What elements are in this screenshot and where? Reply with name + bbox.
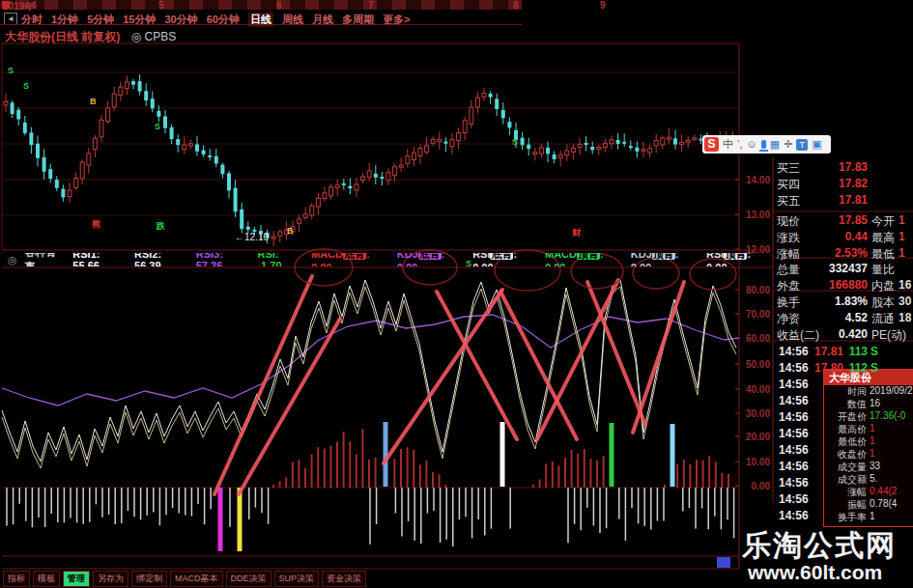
candle: [642, 149, 645, 151]
tick-row-flag: S: [870, 345, 878, 358]
popup-row: 数值16: [824, 398, 913, 410]
rsi-axis-label: 10.00: [737, 457, 770, 467]
tab-模板[interactable]: 模板: [33, 571, 60, 587]
candle: [43, 157, 46, 172]
candle: [399, 165, 403, 167]
trendline-annotation: [214, 276, 312, 494]
candle: [386, 172, 390, 180]
rsi-axis-label: 50.00: [737, 359, 770, 370]
quote-label: 总量: [777, 262, 800, 278]
quote-label: 流通: [871, 311, 895, 327]
quote-label: 最高: [871, 230, 895, 246]
month-axis-label: 4: [31, 0, 37, 11]
candle: [463, 121, 467, 133]
quote-label: 现价: [777, 213, 800, 230]
indicator-value: RSI2: 56.39: [134, 253, 188, 266]
tick-row-time: 14:56: [779, 476, 809, 490]
signal-bar: [238, 488, 243, 551]
watermark-text: 乐淘公式网: [742, 526, 897, 566]
candle: [202, 150, 206, 154]
candle: [36, 144, 40, 158]
candle: [195, 144, 199, 151]
tab-MACD基本[interactable]: MACD基本: [170, 571, 223, 587]
tick-row-time: 14:56: [779, 410, 809, 424]
indicator-header[interactable]: ◎各种背离RSI1: 55.66RSI2: 56.39RSI3: 57.36RS…: [8, 253, 771, 266]
candle: [590, 147, 594, 150]
quote-value: 0.420: [810, 327, 868, 341]
top-menubar[interactable]: [0, 0, 522, 10]
tab-另存为[interactable]: 另存为: [93, 571, 128, 587]
candle: [431, 139, 435, 143]
candle: [80, 162, 84, 179]
bottom-tab-bar: 指标模板管理另存为绑定制MACD基本DDE决策SUP决策资金决策: [3, 571, 366, 587]
indicator-value: KDJ底背: 0.00: [397, 253, 465, 266]
skin-icon[interactable]: T: [796, 139, 808, 151]
quote-label: 涨跌: [777, 230, 800, 246]
candle: [629, 146, 633, 148]
quote-value: 16: [899, 278, 911, 292]
candle: [348, 186, 352, 189]
candle: [119, 87, 123, 95]
indicator-badge: ◎ CPBS: [131, 30, 176, 43]
candle: [138, 81, 142, 91]
tab-资金决策[interactable]: 资金决策: [322, 571, 366, 587]
popup-row: 最高价1: [824, 423, 913, 435]
keyboard-icon[interactable]: ▦: [770, 139, 780, 150]
indicator-gear-icon[interactable]: ◎: [8, 254, 17, 266]
tick-row-volume: 113: [829, 345, 868, 358]
tab-绑定制[interactable]: 绑定制: [131, 571, 167, 587]
trendline-annotation: [537, 280, 618, 439]
candle: [578, 145, 582, 148]
rsi-line: [2, 280, 736, 462]
tab-SUP决策[interactable]: SUP决策: [274, 571, 320, 587]
tick-row-time: 14:56: [779, 492, 809, 506]
tab-管理[interactable]: 管理: [63, 571, 90, 587]
candle: [571, 148, 575, 152]
candle: [475, 98, 479, 107]
month-axis-label: 6: [276, 0, 282, 11]
tab-指标[interactable]: 指标: [3, 571, 30, 587]
month-axis-label: 7: [368, 0, 374, 11]
candle: [457, 133, 461, 141]
candle: [585, 143, 588, 145]
popup-row: 开盘价17.36(-0: [824, 410, 913, 423]
signal-marker: B: [287, 226, 294, 236]
candle: [546, 148, 550, 154]
candle: [316, 198, 320, 207]
mic-icon[interactable]: [761, 140, 766, 149]
candle: [597, 148, 601, 150]
quote-value: 0.44: [810, 230, 868, 243]
sogou-logo-icon[interactable]: S: [704, 137, 719, 152]
quote-value: 17.83: [810, 160, 868, 174]
candle: [565, 151, 569, 155]
rsi-axis-label: 30.00: [737, 408, 770, 419]
quote-value: 1: [899, 230, 905, 243]
toolbox-icon[interactable]: ✛: [784, 139, 792, 150]
sogou-input-toolbar[interactable]: S中’,☺▦✛T▣: [702, 135, 831, 154]
quote-label: 股本: [871, 294, 895, 311]
tick-row-time: 14:56: [779, 361, 809, 375]
candle: [188, 144, 192, 146]
emoji-icon[interactable]: ☺: [747, 139, 757, 150]
candle: [131, 81, 135, 85]
chinese-mode-icon[interactable]: 中: [723, 139, 733, 150]
punct-icon[interactable]: ’,: [737, 139, 743, 150]
signal-marker: 熊: [92, 218, 100, 231]
candle: [246, 227, 250, 230]
candle: [450, 140, 454, 147]
quote-value: 17.81: [810, 193, 868, 207]
divider: [0, 24, 522, 25]
signal-marker: 跌: [157, 220, 165, 233]
grid-icon[interactable]: ▣: [812, 139, 821, 150]
candle: [495, 98, 499, 109]
signal-marker: S: [466, 259, 471, 268]
candle: [170, 127, 174, 139]
quote-label: 最低: [871, 246, 895, 263]
tab-DDE决策[interactable]: DDE决策: [226, 571, 271, 587]
candle: [521, 138, 525, 145]
tick-row-flag: S: [870, 361, 878, 375]
quote-value: 332437: [810, 262, 868, 275]
axis-more-button[interactable]: [717, 557, 730, 568]
price-axis-label: 14.00: [737, 175, 770, 185]
candle: [335, 185, 339, 188]
